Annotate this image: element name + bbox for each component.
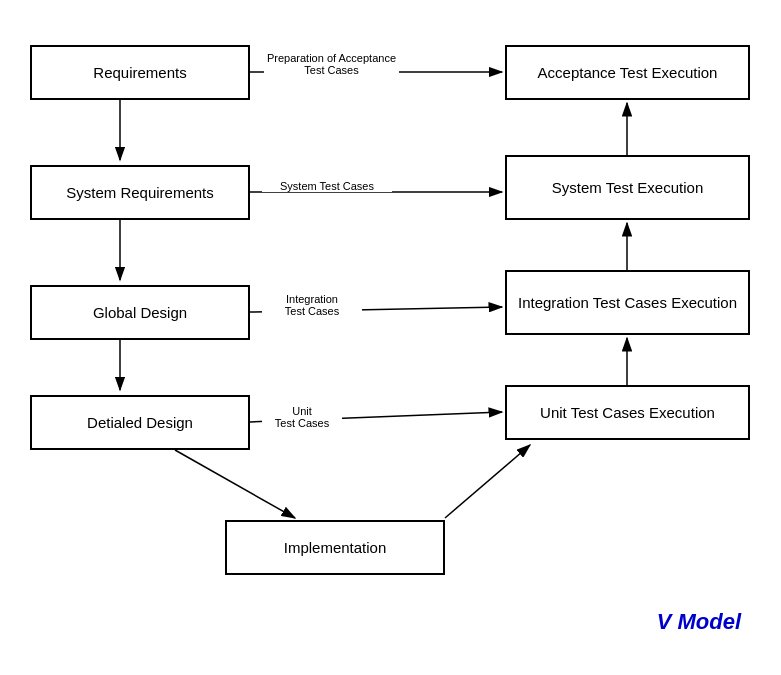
global-design-label: Global Design	[93, 304, 187, 321]
system-test-cases-label: System Test Cases	[262, 180, 392, 192]
v-model-title: V Model	[657, 609, 741, 635]
prep-acceptance-label: Preparation of Acceptance Test Cases	[264, 52, 399, 76]
requirements-box: Requirements	[30, 45, 250, 100]
diagram: Requirements System Requirements Global …	[0, 0, 781, 675]
svg-line-6	[445, 445, 530, 518]
acceptance-test-label: Acceptance Test Execution	[538, 64, 718, 81]
system-test-box: System Test Execution	[505, 155, 750, 220]
unit-test-label: Unit Test Cases Execution	[540, 404, 715, 421]
unit-test-box: Unit Test Cases Execution	[505, 385, 750, 440]
detailed-design-box: Detialed Design	[30, 395, 250, 450]
integration-test-cases-label: IntegrationTest Cases	[262, 293, 362, 317]
system-requirements-label: System Requirements	[66, 184, 214, 201]
integration-test-box: Integration Test Cases Execution	[505, 270, 750, 335]
requirements-label: Requirements	[93, 64, 186, 81]
system-requirements-box: System Requirements	[30, 165, 250, 220]
detailed-design-label: Detialed Design	[87, 414, 193, 431]
acceptance-test-box: Acceptance Test Execution	[505, 45, 750, 100]
system-test-label: System Test Execution	[552, 179, 703, 196]
implementation-box: Implementation	[225, 520, 445, 575]
implementation-label: Implementation	[284, 539, 387, 556]
svg-line-5	[175, 450, 295, 518]
unit-test-cases-label: UnitTest Cases	[262, 405, 342, 429]
global-design-box: Global Design	[30, 285, 250, 340]
integration-test-label: Integration Test Cases Execution	[518, 294, 737, 311]
